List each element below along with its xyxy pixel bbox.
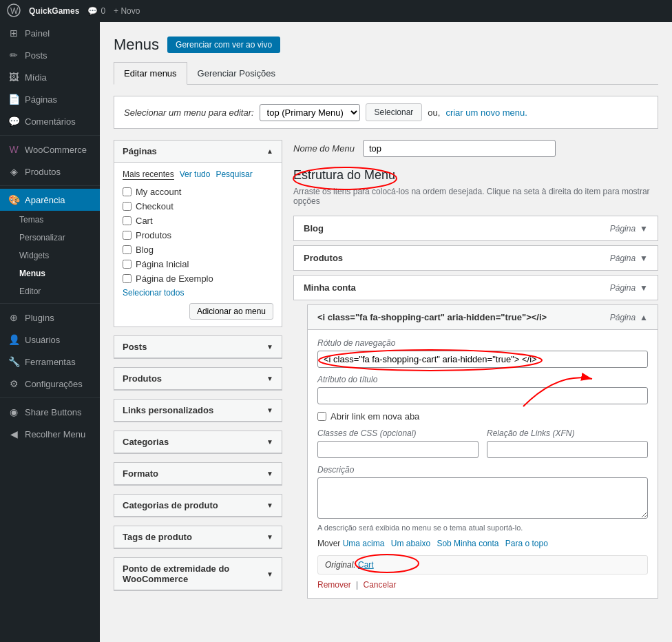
mover-uma-acima[interactable]: Uma acima: [343, 539, 385, 548]
select-menu-btn[interactable]: Selecionar: [366, 103, 423, 121]
menu-selector-bar: Selecionar um menu para editar: top (Pri…: [114, 96, 658, 129]
links-panel-header[interactable]: Links personalizados ▼: [114, 400, 282, 422]
posts-panel: Posts ▼: [114, 335, 282, 359]
or-text: ou,: [428, 107, 440, 118]
sidebar-item-midia[interactable]: 🖼 Mídia: [0, 66, 100, 88]
menu-item-produtos: Produtos Página ▼: [293, 245, 658, 271]
menu-select-dropdown[interactable]: top (Primary Menu): [260, 104, 360, 121]
sidebar-item-aparencia[interactable]: 🎨 Aparência: [0, 189, 100, 211]
sidebar-sub-menus[interactable]: Menus: [0, 265, 100, 282]
open-new-tab-cb[interactable]: [317, 412, 326, 421]
page-label-cart[interactable]: Cart: [136, 216, 153, 226]
menu-item-cart-header: <i class="fa fa-shopping-cart" aria-hidd…: [308, 305, 658, 330]
tab-editar[interactable]: Editar menus: [114, 62, 187, 85]
page-title: Menus: [114, 36, 159, 54]
menu-item-minha-conta-left: Minha conta: [304, 282, 356, 293]
sidebar-item-produtos[interactable]: ◈ Produtos: [0, 160, 100, 183]
menu-item-produtos-header[interactable]: Produtos Página ▼: [294, 246, 658, 270]
cancel-link[interactable]: Cancelar: [364, 580, 397, 590]
ponto-panel-header[interactable]: Ponto de extremidade do WooCommerce ▼: [114, 558, 282, 590]
menu-name-input[interactable]: [363, 140, 556, 157]
sidebar-sub-widgets[interactable]: Widgets: [0, 247, 100, 265]
blog-expand-arrow[interactable]: ▼: [640, 224, 648, 234]
menu-item-blog: Blog Página ▼: [293, 216, 658, 241]
remove-link[interactable]: Remover: [317, 580, 351, 590]
manage-live-btn[interactable]: Gerenciar com ver ao vivo: [167, 37, 280, 53]
categorias-panel-header[interactable]: Categorias ▼: [114, 431, 282, 453]
sidebar-sub-temas[interactable]: Temas: [0, 211, 100, 229]
mover-para-topo[interactable]: Para o topo: [505, 539, 548, 548]
page-label-blog[interactable]: Blog: [136, 245, 154, 255]
posts-panel-header[interactable]: Posts ▼: [114, 336, 282, 358]
page-cb-produtos[interactable]: [123, 231, 132, 240]
sidebar-item-usuarios[interactable]: 👤 Usuários: [0, 329, 100, 351]
menu-item-minha-conta-header[interactable]: Minha conta Página ▼: [294, 276, 658, 300]
comments-icon-item[interactable]: 💬 0: [87, 6, 105, 16]
paginas-panel-header[interactable]: Páginas ▲: [114, 141, 282, 163]
page-label-produtos[interactable]: Produtos: [136, 230, 171, 240]
cart-collapse-arrow[interactable]: ▲: [640, 313, 648, 322]
cat-produto-chevron: ▼: [266, 501, 273, 509]
sidebar-sub-personalizar[interactable]: Personalizar: [0, 229, 100, 247]
produtos-expand-arrow[interactable]: ▼: [640, 253, 648, 263]
sidebar-item-ferramentas[interactable]: 🔧 Ferramentas: [0, 351, 100, 373]
sidebar-item-paginas[interactable]: 📄 Páginas: [0, 88, 100, 110]
select-all-link[interactable]: Selecionar todos: [123, 288, 273, 298]
selector-label: Selecionar um menu para editar:: [124, 107, 254, 118]
produtos-panel-header[interactable]: Produtos ▼: [114, 368, 282, 390]
comments-icon: 💬: [8, 116, 19, 127]
sidebar-divider-4: [0, 397, 100, 398]
sub-tab-mais-recentes[interactable]: Mais recentes: [123, 169, 174, 180]
sidebar-item-configuracoes[interactable]: ⚙ Configurações: [0, 373, 100, 395]
page-cb-cart[interactable]: [123, 216, 132, 225]
page-label-checkout[interactable]: Checkout: [136, 201, 174, 211]
sidebar-item-comentarios[interactable]: 💬 Comentários: [0, 110, 100, 132]
page-cb-pagina-inicial[interactable]: [123, 260, 132, 269]
left-panel: Páginas ▲ Mais recentes Ver tudo Pesquis…: [114, 140, 282, 603]
new-item[interactable]: + Novo: [114, 6, 140, 16]
sidebar-item-painel[interactable]: ⊞ Painel: [0, 22, 100, 44]
menu-item-produtos-left: Produtos: [304, 253, 343, 263]
sidebar-sub-editor[interactable]: Editor: [0, 282, 100, 300]
create-menu-link[interactable]: criar um novo menu.: [445, 107, 527, 118]
css-classes-input[interactable]: [317, 441, 479, 458]
menu-item-cart-expanded: <i class="fa fa-shopping-cart" aria-hidd…: [307, 304, 658, 599]
page-cb-pagina-exemplo[interactable]: [123, 274, 132, 283]
page-label-pagina-inicial[interactable]: Página Inicial: [136, 259, 189, 269]
formato-panel-header[interactable]: Formato ▼: [114, 463, 282, 485]
sub-tab-ver-tudo[interactable]: Ver tudo: [180, 169, 211, 180]
page-label-my-account[interactable]: My account: [136, 187, 181, 197]
minha-conta-expand-arrow[interactable]: ▼: [640, 283, 648, 293]
svg-text:W: W: [10, 6, 19, 16]
sidebar-item-share-buttons[interactable]: ◉ Share Buttons: [0, 401, 100, 423]
sidebar-item-plugins[interactable]: ⊕ Plugins: [0, 307, 100, 329]
add-to-menu-btn[interactable]: Adicionar ao menu: [189, 303, 273, 320]
open-new-tab-label: Abrir link em nova aba: [330, 411, 419, 422]
page-cb-blog[interactable]: [123, 245, 132, 254]
css-classes-label: Classes de CSS (opcional): [317, 428, 479, 438]
css-classes-col: Classes de CSS (opcional): [317, 428, 479, 458]
cat-produto-panel-header[interactable]: Categorias de produto ▼: [114, 495, 282, 517]
mover-sob-minha-conta[interactable]: Sob Minha conta: [437, 539, 498, 548]
menu-item-blog-header[interactable]: Blog Página ▼: [294, 216, 658, 240]
page-label-pagina-exemplo[interactable]: Página de Exemplo: [136, 273, 213, 284]
sub-tab-pesquisar[interactable]: Pesquisar: [216, 169, 252, 180]
remove-cancel-links: Remover | Cancelar: [317, 580, 648, 590]
description-textarea[interactable]: [317, 477, 648, 519]
tab-gerenciar[interactable]: Gerenciar Posições: [187, 62, 286, 85]
xfn-input[interactable]: [487, 441, 648, 458]
title-attr-input[interactable]: [317, 387, 648, 404]
title-attr-row: Atributo do título: [317, 375, 648, 404]
original-link[interactable]: Cart: [358, 560, 374, 570]
site-name[interactable]: QuickGames: [29, 6, 79, 16]
sidebar-item-woocommerce[interactable]: W WooCommerce: [0, 138, 100, 160]
tags-produto-panel-header[interactable]: Tags de produto ▼: [114, 526, 282, 548]
nav-label-input[interactable]: [317, 351, 648, 368]
page-cb-my-account[interactable]: [123, 187, 132, 196]
page-cb-checkout[interactable]: [123, 202, 132, 211]
sidebar-item-posts[interactable]: ✏ Posts: [0, 44, 100, 66]
page-item-pagina-inicial: Página Inicial: [123, 259, 273, 269]
sidebar-item-recolher[interactable]: ◀ Recolher Menu: [0, 423, 100, 445]
original-label: Original:: [325, 560, 358, 570]
mover-um-abaixo[interactable]: Um abaixo: [391, 539, 430, 548]
